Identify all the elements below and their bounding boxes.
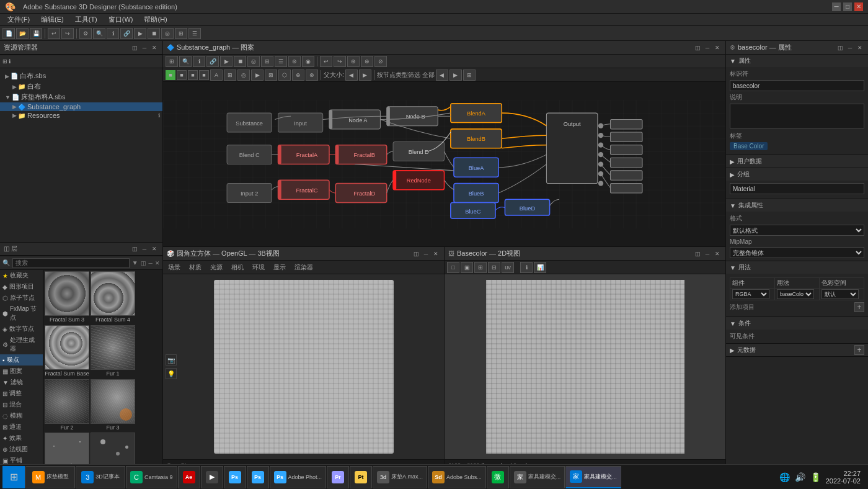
layers-icon1[interactable]: ◫: [130, 244, 139, 253]
group-header[interactable]: ▶ 分组: [726, 168, 868, 181]
vp3d-side-icon2[interactable]: 💡: [166, 368, 177, 379]
tool5[interactable]: ▶: [134, 28, 146, 39]
tool7[interactable]: ◎: [161, 28, 174, 39]
cat-atomic[interactable]: ⬡ 原子节点: [0, 292, 43, 303]
undo-button[interactable]: ↩: [48, 28, 60, 39]
search-input[interactable]: [12, 258, 130, 268]
description-textarea[interactable]: [730, 104, 864, 128]
menu-help[interactable]: 帮助(H): [139, 14, 172, 25]
graph-ctrl1[interactable]: ◫: [693, 43, 702, 52]
vp3d-side-icon1[interactable]: 📷: [166, 354, 177, 366]
graph-tool3[interactable]: ℹ: [193, 56, 205, 67]
close-button[interactable]: ✕: [854, 2, 863, 11]
v2d-tool1[interactable]: □: [447, 262, 459, 273]
vp-tab-camera[interactable]: 相机: [229, 262, 246, 273]
lib-item-fur2[interactable]: Fur 2: [45, 379, 89, 432]
usage-basecolor-select[interactable]: baseColor: [777, 289, 814, 299]
system-clock[interactable]: 22:27 2022-07-02: [826, 470, 861, 485]
taskbar-app-wechat[interactable]: 微: [487, 466, 509, 488]
save-button[interactable]: 💾: [30, 28, 42, 39]
menu-edit[interactable]: 编辑(E): [36, 14, 69, 25]
layers-icon3[interactable]: ✕: [150, 244, 159, 253]
tool6[interactable]: ⏹: [148, 28, 160, 39]
systray-battery[interactable]: 🔋: [810, 472, 821, 482]
gs-tool12[interactable]: ⊗: [306, 70, 318, 81]
format-select[interactable]: 默认格式: [730, 225, 864, 236]
usage-colorspace-select[interactable]: 默认: [822, 289, 859, 299]
usage-rgba-select[interactable]: RGBA: [732, 289, 769, 299]
v2d-tool2[interactable]: ▣: [461, 262, 473, 273]
gs-tool3[interactable]: ■: [188, 70, 198, 80]
taskbar-app-camtasia[interactable]: C Camtasia 9: [126, 466, 177, 488]
taskbar-app-max[interactable]: 3d 床垫A.max...: [373, 466, 427, 488]
cat-graph-items[interactable]: ◆ 图形项目: [0, 281, 43, 292]
library-ctrl3[interactable]: ✕: [155, 260, 160, 266]
tree-item-chuangdian[interactable]: ▼ 📄 床垫布料A.sbs: [0, 92, 162, 102]
graph-ctrl3[interactable]: ✕: [713, 43, 722, 52]
gs-tool6[interactable]: ⊞: [224, 70, 236, 81]
vp3d-ctrl1[interactable]: ◫: [412, 249, 420, 258]
tree-item-babucontent[interactable]: ▶ 📁 白布: [0, 81, 162, 92]
graph-tool8[interactable]: ⊞: [261, 56, 273, 67]
taskbar-app-pt[interactable]: Pt: [350, 466, 372, 488]
graph-tool4[interactable]: 🔗: [206, 56, 219, 67]
redo-button[interactable]: ↪: [61, 28, 74, 39]
gs-filter-left[interactable]: ◀: [436, 70, 448, 81]
gs-tool9[interactable]: ⊠: [265, 70, 277, 81]
menu-window[interactable]: 窗口(W): [104, 14, 138, 25]
systray-network[interactable]: 🌐: [779, 472, 790, 482]
graph-tool15[interactable]: ⊗: [361, 56, 373, 67]
conditions-header[interactable]: ▼ 条件: [726, 317, 868, 330]
graph-tool14[interactable]: ⊕: [347, 56, 360, 67]
minimize-button[interactable]: ─: [832, 2, 841, 11]
gs-filter-right[interactable]: ▶: [450, 70, 462, 81]
taskbar-app-ae[interactable]: Ae: [178, 466, 200, 488]
tree-item-resources[interactable]: ▶ 📁 Resources ℹ: [0, 111, 162, 120]
group-input[interactable]: [730, 183, 864, 194]
gs-tool5[interactable]: A: [210, 70, 223, 81]
gs-size-left[interactable]: ◀: [345, 70, 358, 81]
taskbar-app-play[interactable]: ▶: [201, 466, 223, 488]
v2d-tool5[interactable]: uv: [502, 262, 514, 273]
vp-tab-display[interactable]: 显示: [271, 262, 288, 273]
vp2d-ctrl2[interactable]: ─: [703, 249, 712, 258]
cat-fxmap[interactable]: ⬢ FxMap 节点: [0, 303, 43, 323]
props-ctrl1[interactable]: ◫: [836, 43, 844, 52]
gs-tool8[interactable]: ▶: [251, 70, 264, 81]
taskbar-app-furniture1[interactable]: 家 家具建模交...: [510, 466, 565, 488]
graph-tool12[interactable]: ↩: [320, 56, 332, 67]
tool4[interactable]: 🔗: [120, 28, 133, 39]
taskbar-app-photoshop[interactable]: Ps Adobe Phot...: [270, 466, 327, 488]
graph-tool9[interactable]: ☰: [275, 56, 287, 67]
tree-item-babu[interactable]: ▶ 📄 白布.sbs: [0, 71, 162, 81]
add-item-button[interactable]: +: [854, 302, 864, 312]
cat-digital[interactable]: ◈ 数字节点: [0, 323, 43, 334]
library-ctrl2[interactable]: ─: [149, 260, 153, 266]
identifier-input[interactable]: [730, 80, 864, 91]
viewport-3d-canvas[interactable]: 📷 💡: [163, 274, 444, 459]
lib-item-fur1[interactable]: Fur 1: [91, 325, 135, 378]
graph-tool2[interactable]: 🔍: [179, 56, 192, 67]
cat-filters[interactable]: ▼ 滤镜: [0, 377, 43, 388]
metadata-header[interactable]: ▶ 元数据 +: [726, 344, 868, 356]
tool8[interactable]: ⊞: [175, 28, 187, 39]
library-ctrl1[interactable]: ◫: [141, 260, 146, 266]
graph-ctrl2[interactable]: ─: [703, 43, 712, 52]
resource-close[interactable]: ✕: [150, 43, 159, 52]
v2d-chart[interactable]: 📊: [534, 262, 546, 273]
v2d-tool3[interactable]: ⊞: [474, 262, 487, 273]
layers-icon2[interactable]: ─: [140, 244, 149, 253]
gs-tool4[interactable]: ■: [199, 70, 209, 80]
filter-icon[interactable]: ▼: [132, 259, 138, 266]
graph-tool10[interactable]: ⊛: [288, 56, 301, 67]
vp2d-ctrl3[interactable]: ✕: [713, 249, 722, 258]
vp-tab-light[interactable]: 光源: [208, 262, 225, 273]
tool2[interactable]: 🔍: [93, 28, 105, 39]
lib-item-fractal3[interactable]: Fractal Sum 3: [45, 271, 89, 324]
tool1[interactable]: ⚙: [79, 28, 92, 39]
mipmap-select[interactable]: 完整角锥体: [730, 247, 864, 258]
resource-minimize[interactable]: ─: [140, 43, 149, 52]
usage-header[interactable]: ▼ 用法: [726, 261, 868, 274]
taskbar-app-mattress[interactable]: M 床垫模型: [25, 466, 75, 488]
menu-file[interactable]: 文件(F): [2, 14, 35, 25]
